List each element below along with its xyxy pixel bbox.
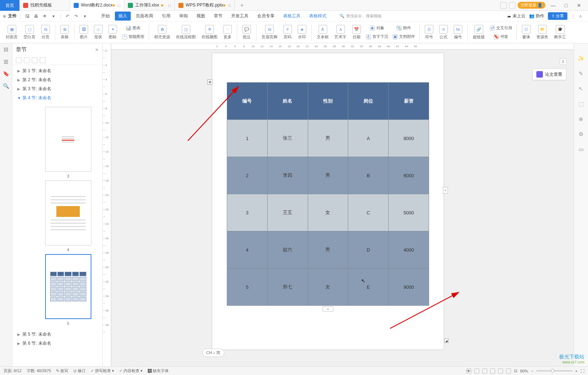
paper-check-button[interactable]: 论文查重 <box>532 69 566 80</box>
table-cell[interactable]: 5 <box>227 269 268 306</box>
ribbon-textbox[interactable]: A文本框 <box>315 22 331 43</box>
ribbon-resource[interactable]: 📁资源夹 <box>534 22 550 43</box>
table-cell[interactable]: 郑七 <box>267 269 308 306</box>
table-header-cell[interactable]: 岗位 <box>348 83 389 120</box>
tool-2[interactable] <box>24 57 30 63</box>
fullscreen-icon[interactable]: ⛶ <box>580 369 584 373</box>
bookmark-icon[interactable]: 🔖 <box>3 70 10 77</box>
ribbon-flowchart[interactable]: ◫在线流程图 <box>174 22 198 43</box>
page-indicator[interactable]: 页面: 8/12 <box>4 368 22 374</box>
section-item[interactable]: ▶第 2 节: 未命名 <box>12 75 102 84</box>
section-item[interactable]: ▶第 6 节: 未命名 <box>12 339 102 348</box>
close-button[interactable]: ✕ <box>574 3 584 8</box>
view-focus-icon[interactable] <box>506 369 511 374</box>
table-move-handle[interactable]: ✥ <box>207 79 212 84</box>
pin-button[interactable]: ⊼ <box>560 58 566 65</box>
layout-icon[interactable] <box>500 2 507 9</box>
table-cell[interactable]: D <box>348 231 389 269</box>
tab-review[interactable]: 审阅 <box>176 12 191 21</box>
preview-icon[interactable]: 👁 <box>42 13 48 19</box>
tab-view[interactable]: 视图 <box>193 12 209 21</box>
new-tab-button[interactable]: + <box>235 2 249 9</box>
ribbon-chart[interactable]: 📊图表 <box>121 24 146 32</box>
ribbon-symbol[interactable]: Ω符号 <box>423 22 436 43</box>
ribbon-docer[interactable]: ✿稻壳资源 <box>152 22 172 43</box>
zoom-in[interactable]: + <box>575 369 578 373</box>
maximize-button[interactable]: □ <box>561 3 571 8</box>
table-header-cell[interactable]: 姓名 <box>267 83 308 120</box>
file-menu[interactable]: 文件 <box>8 13 17 19</box>
table-cell[interactable]: C <box>348 194 389 231</box>
grid-icon[interactable] <box>509 2 515 9</box>
select-icon[interactable]: ↖ <box>578 85 585 92</box>
ribbon-pagenum[interactable]: #页码 <box>281 22 294 43</box>
eye-icon[interactable]: 👁 <box>466 369 471 374</box>
word-count[interactable]: 字数: 40/2875 <box>27 368 51 374</box>
table-cell[interactable]: 9000 <box>389 269 429 306</box>
missing-font[interactable]: 🅰 缺失字体 <box>148 368 169 374</box>
rewrite-button[interactable]: ✎ 改写 <box>56 368 68 374</box>
zoom-slider[interactable] <box>536 370 572 371</box>
ribbon-form[interactable]: ☑窗体 <box>520 22 533 43</box>
share-button[interactable]: ⇧ 分享 <box>548 12 567 20</box>
table-cell[interactable]: B <box>348 157 389 194</box>
ribbon-date[interactable]: 📅日期 <box>350 22 363 43</box>
table-resize-handle[interactable]: ◢ <box>444 339 449 343</box>
tab-references[interactable]: 引用 <box>158 12 174 21</box>
doc-tab-template[interactable]: 找稻壳模板 <box>20 0 70 11</box>
ribbon-mindmap[interactable]: ✲在线脑图 <box>199 22 220 43</box>
section-item[interactable]: ▶第 1 节: 未命名 <box>12 66 102 75</box>
ribbon-attachment[interactable]: 📎附件 <box>391 24 416 32</box>
save-icon[interactable]: 🖫 <box>24 13 31 19</box>
table-cell[interactable]: 女 <box>308 194 348 231</box>
table-cell[interactable]: 男 <box>308 157 348 194</box>
tab-devtools[interactable]: 开发工具 <box>228 12 252 21</box>
table-cell[interactable]: 8000 <box>389 120 429 157</box>
layer-icon[interactable]: ⬚ <box>578 100 585 108</box>
content-table[interactable]: 编号姓名性别岗位薪资1张三男A80002李四男B60003王五女C50004赵六… <box>227 82 429 306</box>
view-web-icon[interactable] <box>490 369 495 374</box>
tool-1[interactable] <box>16 57 22 63</box>
tab-member[interactable]: 会员专享 <box>254 12 278 21</box>
ribbon-picture[interactable]: 🖼图片 <box>77 22 90 43</box>
tab-tablestyle[interactable]: 表格样式 <box>306 12 330 21</box>
page-thumb[interactable] <box>45 180 91 245</box>
table-cell[interactable]: A <box>348 120 389 157</box>
table-cell[interactable]: 5000 <box>389 194 429 231</box>
collab-button[interactable]: 👥 协作 <box>529 13 544 19</box>
add-row-button[interactable]: + <box>323 306 333 311</box>
view-outline-icon[interactable] <box>482 369 487 374</box>
zoom-value[interactable]: 80% <box>520 369 528 373</box>
redo-icon[interactable]: ↷ <box>73 13 79 19</box>
ribbon-table[interactable]: ⊞表格 <box>58 22 71 43</box>
chevron-icon[interactable]: ∧ <box>579 14 582 19</box>
home-tab[interactable]: 首页 <box>0 0 20 11</box>
view-read-icon[interactable] <box>498 369 503 374</box>
doc-tab-ppt[interactable]: WPS PPT教程.pptx□ <box>175 0 235 11</box>
ribbon-icons[interactable]: ✦图标 <box>106 22 119 43</box>
table-header-cell[interactable]: 薪资 <box>389 83 429 120</box>
add-column-button[interactable]: + <box>443 187 448 193</box>
dropdown-icon[interactable]: ▾ <box>82 13 88 19</box>
close-panel-icon[interactable]: ✕ <box>95 47 99 52</box>
table-cell[interactable]: 女 <box>308 269 348 306</box>
fit-icon[interactable]: ⊡ <box>514 369 517 373</box>
command-search[interactable]: 🔍查找命令、搜索模板 <box>340 13 382 19</box>
horizontal-ruler[interactable]: 2468101214161820222426283032343638404244… <box>111 43 574 50</box>
section-item[interactable]: ▶第 5 节: 未命名 <box>12 330 102 339</box>
minimize-button[interactable]: — <box>548 3 558 8</box>
ribbon-equation[interactable]: π公式 <box>437 22 450 43</box>
ribbon-numbering[interactable]: №编号 <box>451 22 464 43</box>
track-changes[interactable]: ⊙ 修订 <box>73 368 86 374</box>
tab-pagelayout[interactable]: 页面布局 <box>132 12 157 21</box>
table-cell[interactable]: 4000 <box>389 231 429 269</box>
edit-icon[interactable]: ✎ <box>578 70 585 77</box>
ai-icon[interactable]: ✨ <box>578 55 585 62</box>
print-icon[interactable]: 🖶 <box>33 13 39 19</box>
table-cell[interactable]: 男 <box>308 120 348 157</box>
tab-start[interactable]: 开始 <box>98 12 113 21</box>
ribbon-more[interactable]: ⋯更多 <box>221 22 234 43</box>
doc-tab-excel[interactable]: 工作簿3.xlsx□ <box>124 0 175 11</box>
cloud-status[interactable]: ☁ 未上云 <box>507 13 525 19</box>
close-icon[interactable]: □ <box>168 3 171 8</box>
